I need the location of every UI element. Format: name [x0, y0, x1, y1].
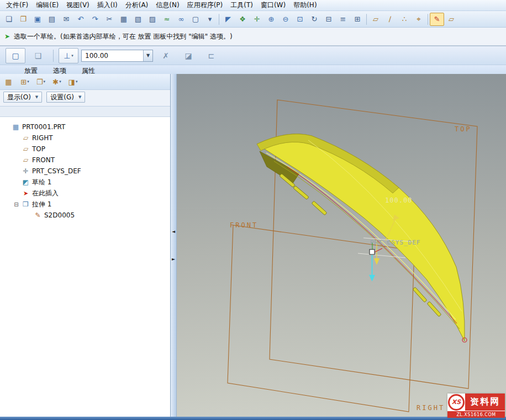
chevron-down-icon[interactable]: ▼	[143, 50, 152, 61]
refit-button[interactable]: ⊡	[293, 13, 307, 26]
menu-item[interactable]: 工具(T)	[226, 0, 257, 11]
menu-item[interactable]: 分析(A)	[122, 0, 152, 11]
model-tree: ▦ PRT0001.PRT ▱ RIGHT ▱ TOP ▱ FRONT ✛	[0, 117, 170, 417]
select-options-dropdown[interactable]: ▾	[203, 13, 217, 26]
separator[interactable]	[219, 14, 219, 25]
search-button[interactable]: ∞	[174, 13, 188, 26]
datum-plane-front-label[interactable]: FRONT	[230, 221, 258, 229]
datum-plane-right-label[interactable]: RIGHT	[417, 404, 445, 412]
tree-header-band	[0, 107, 170, 117]
remove-material-button[interactable]: ◪	[178, 48, 198, 63]
toolbar-icon: ❐	[20, 15, 27, 23]
csys-toggle[interactable]: ⌖	[412, 13, 426, 26]
datum-axes-toggle[interactable]: ∕	[383, 13, 397, 26]
menu-item[interactable]: 信息(N)	[152, 0, 183, 11]
toolbar-icon: ↷	[92, 15, 98, 23]
navigator-grid-button[interactable]: ▦	[2, 75, 16, 88]
save-button[interactable]: ▣	[30, 13, 45, 26]
redo-button[interactable]: ↷	[88, 13, 102, 26]
watermark-url: ZL.XS1616.COM	[447, 411, 505, 418]
balloon-icon: ❏	[35, 51, 42, 60]
settings-dropdown[interactable]: 设置(G) ▼	[46, 92, 85, 103]
tree-item[interactable]: ▱ TOP	[0, 143, 170, 155]
saved-views-button[interactable]: ⊟	[321, 13, 336, 26]
viewport-canvas[interactable]: TOP FRONT RIGHT	[177, 74, 506, 417]
depth-value-input[interactable]: 100.00 ▼	[81, 50, 153, 62]
new-button[interactable]: ❏	[2, 13, 16, 26]
tree-item[interactable]: ▱ RIGHT	[0, 132, 170, 143]
copy-button[interactable]: ▦	[117, 13, 131, 26]
menu-item[interactable]: 窗口(W)	[257, 0, 289, 11]
paste-special-button[interactable]: ▨	[145, 13, 160, 26]
flip-direction-button[interactable]: ✗	[156, 48, 176, 63]
datum-points-toggle[interactable]: ∴	[397, 13, 412, 26]
regenerate-button[interactable]: ≈	[160, 13, 174, 26]
placement-panel-button[interactable]: ▢	[6, 48, 25, 63]
sketch-tool-button[interactable]: ✎	[430, 13, 444, 26]
reorient-button[interactable]: ↻	[307, 13, 321, 26]
collapse-left-icon[interactable]: ◄	[172, 230, 175, 234]
toolbar-icon: ▱	[373, 15, 378, 23]
panel-splitter[interactable]: ◄ ►	[171, 74, 177, 417]
spin-center-button[interactable]: ✛	[250, 13, 264, 26]
zoom-in-button[interactable]: ⊕	[264, 13, 278, 26]
zoom-out-button[interactable]: ⊖	[278, 13, 293, 26]
tree-item[interactable]: ✎ S2D0005	[0, 210, 170, 221]
toolbar-icon: ∴	[402, 15, 407, 23]
toolbar-icon: ⊟	[326, 15, 332, 23]
tree-item[interactable]: ◩ 草绘 1	[0, 177, 170, 188]
select-arrow-button[interactable]: ◤	[221, 13, 235, 26]
datum-plane-button[interactable]: ▱	[444, 13, 458, 26]
placement-icon: ▢	[12, 51, 19, 60]
select-box-button[interactable]: ▢	[188, 13, 203, 26]
toolbar-icon: ▧	[135, 15, 141, 23]
3d-viewport[interactable]: TOP FRONT RIGHT	[177, 74, 506, 417]
open-button[interactable]: ❐	[16, 13, 30, 26]
toolbar-icon: ⊞	[355, 15, 361, 23]
undo-button[interactable]: ↶	[73, 13, 88, 26]
tree-item[interactable]: ▱ FRONT	[0, 155, 170, 166]
tree-expand-toggle[interactable]: ⊟	[13, 201, 19, 208]
tree-item-label: RIGHT	[32, 134, 53, 142]
navigator-toolbar: ▦ ⊞ ▾ ❐ ▾ ✱ ▾ ◨ ▾	[0, 74, 170, 90]
view-manager-button[interactable]: ⊞	[350, 13, 365, 26]
separator[interactable]	[428, 14, 428, 25]
layers-button[interactable]: ≡	[336, 13, 350, 26]
model-tree-button[interactable]: ⊞ ▾	[18, 75, 32, 88]
datum-planes-toggle[interactable]: ▱	[368, 13, 383, 26]
tree-item-label: TOP	[32, 145, 45, 153]
depth-value: 100.00	[82, 52, 143, 60]
tree-item[interactable]: ▦ PRT0001.PRT	[0, 121, 170, 132]
csys-label[interactable]: PRT_CSYS_DEF	[370, 239, 420, 246]
divider	[53, 50, 54, 62]
prompt-arrow-icon: ➤	[4, 33, 10, 40]
tree-item[interactable]: ➤ 在此插入	[0, 188, 170, 199]
separator[interactable]	[366, 14, 367, 25]
chevron-down-icon: ▾	[76, 79, 78, 84]
thicken-button[interactable]: ⊏	[201, 48, 221, 63]
feature-info-button[interactable]: ❏	[28, 48, 48, 63]
expand-right-icon[interactable]: ►	[172, 257, 175, 262]
mail-button[interactable]: ✉	[59, 13, 73, 26]
print-button[interactable]: ▤	[45, 13, 59, 26]
toolbar-icon: ⌖	[417, 15, 420, 24]
folder-browser-button[interactable]: ❐ ▾	[34, 75, 48, 88]
toolbar-icon: ◤	[225, 15, 231, 23]
smart-filter-button[interactable]: ❖	[235, 13, 250, 26]
datum-plane-top-label[interactable]: TOP	[455, 125, 472, 133]
menu-item[interactable]: 视图(V)	[62, 0, 93, 11]
tree-item[interactable]: ✛ PRT_CSYS_DEF	[0, 166, 170, 177]
cut-button[interactable]: ✂	[102, 13, 117, 26]
history-button[interactable]: ◨ ▾	[66, 75, 80, 88]
tree-item[interactable]: ⊟ ❒ 拉伸 1	[0, 199, 170, 210]
menu-item[interactable]: 应用程序(P)	[183, 0, 227, 11]
menu-item[interactable]: 帮助(H)	[289, 0, 320, 11]
favorites-button[interactable]: ✱ ▾	[50, 75, 64, 88]
thicken-icon: ⊏	[208, 51, 214, 60]
depth-type-button[interactable]: ⊥ ▾	[59, 48, 78, 63]
menu-item[interactable]: 插入(I)	[93, 0, 122, 11]
menu-item[interactable]: 文件(F)	[2, 0, 32, 11]
show-dropdown[interactable]: 显示(O) ▼	[3, 92, 42, 103]
menu-item[interactable]: 编辑(E)	[32, 0, 62, 11]
paste-button[interactable]: ▧	[131, 13, 145, 26]
